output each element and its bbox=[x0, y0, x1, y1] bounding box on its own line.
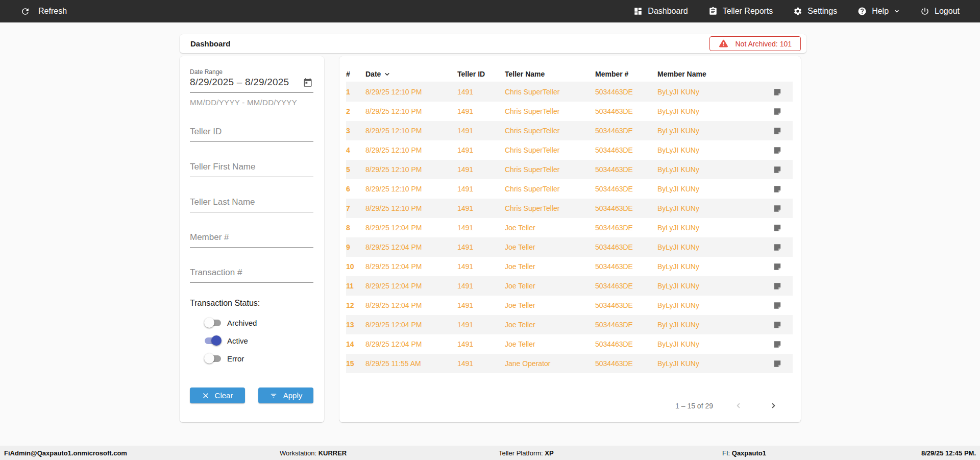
nav-item-teller-reports[interactable]: Teller Reports bbox=[708, 7, 773, 16]
table-row[interactable]: 108/29/25 12:04 PM1491Joe Teller5034463D… bbox=[346, 257, 793, 276]
table-row[interactable]: 18/29/25 12:10 PM1491Chris SuperTeller50… bbox=[346, 82, 793, 102]
cell-date: 8/29/25 12:04 PM bbox=[365, 262, 457, 271]
toggle-archived[interactable]: Archived bbox=[204, 318, 313, 328]
table-row[interactable]: 78/29/25 12:10 PM1491Chris SuperTeller50… bbox=[346, 199, 793, 218]
cell-date: 8/29/25 12:04 PM bbox=[365, 243, 457, 251]
column-header-member-number[interactable]: Member # bbox=[595, 70, 657, 78]
cell-member-number: 5034463DE bbox=[595, 301, 657, 309]
column-header-member-name[interactable]: Member Name bbox=[657, 70, 762, 78]
table-row[interactable]: 118/29/25 12:04 PM1491Joe Teller5034463D… bbox=[346, 276, 793, 296]
note-icon[interactable] bbox=[762, 185, 793, 193]
filter-input-transaction[interactable]: Transaction # bbox=[190, 268, 313, 283]
refresh-button[interactable]: Refresh bbox=[20, 7, 67, 16]
toggle-switch-icon[interactable] bbox=[204, 318, 222, 328]
cell-teller-name: Chris SuperTeller bbox=[505, 88, 595, 96]
note-icon[interactable] bbox=[762, 127, 793, 135]
clipboard-icon bbox=[708, 7, 718, 16]
cell-date: 8/29/25 12:10 PM bbox=[365, 165, 457, 174]
cell-date: 8/29/25 12:10 PM bbox=[365, 127, 457, 135]
fi-info: FI: Qaxpauto1 bbox=[722, 449, 766, 457]
filter-input-teller-last-name[interactable]: Teller Last Name bbox=[190, 197, 313, 212]
cell-date: 8/29/25 12:10 PM bbox=[365, 88, 457, 96]
table-row[interactable]: 158/29/25 11:55 AM1491Jane Operator50344… bbox=[346, 354, 793, 373]
cell-teller-name: Joe Teller bbox=[505, 321, 595, 329]
table-row[interactable]: 38/29/25 12:10 PM1491Chris SuperTeller50… bbox=[346, 121, 793, 140]
column-header-teller-name[interactable]: Teller Name bbox=[505, 70, 595, 78]
column-header-date[interactable]: Date bbox=[365, 70, 457, 78]
table-row[interactable]: 48/29/25 12:10 PM1491Chris SuperTeller50… bbox=[346, 140, 793, 160]
nav-item-settings[interactable]: Settings bbox=[793, 7, 837, 16]
transactions-table-card: # Date Teller ID Teller Name Member # Me… bbox=[339, 56, 801, 422]
table-row[interactable]: 28/29/25 12:10 PM1491Chris SuperTeller50… bbox=[346, 102, 793, 121]
filter-icon bbox=[270, 392, 278, 399]
clear-button[interactable]: Clear bbox=[190, 388, 245, 403]
cell-date: 8/29/25 12:10 PM bbox=[365, 204, 457, 212]
nav-item-logout[interactable]: Logout bbox=[920, 7, 960, 16]
top-nav-bar: Refresh Dashboard Teller Reports Setting… bbox=[0, 0, 980, 22]
cell-date: 8/29/25 12:04 PM bbox=[365, 282, 457, 290]
cell-member-number: 5034463DE bbox=[595, 321, 657, 329]
table-row[interactable]: 128/29/25 12:04 PM1491Joe Teller5034463D… bbox=[346, 296, 793, 315]
column-header-number[interactable]: # bbox=[346, 70, 365, 78]
note-icon[interactable] bbox=[762, 88, 793, 96]
cell-member-number: 5034463DE bbox=[595, 88, 657, 96]
column-header-teller-id[interactable]: Teller ID bbox=[457, 70, 505, 78]
note-icon[interactable] bbox=[762, 224, 793, 232]
cell-teller-name: Chris SuperTeller bbox=[505, 107, 595, 115]
filter-input-teller-first-name[interactable]: Teller First Name bbox=[190, 162, 313, 177]
cell-teller-id: 1491 bbox=[457, 88, 505, 96]
table-row[interactable]: 58/29/25 12:10 PM1491Chris SuperTeller50… bbox=[346, 160, 793, 179]
nav-item-help[interactable]: Help bbox=[857, 7, 900, 16]
filter-input-teller-id[interactable]: Teller ID bbox=[190, 127, 313, 142]
note-icon[interactable] bbox=[762, 107, 793, 116]
toggle-switch-icon[interactable] bbox=[204, 335, 222, 346]
table-row[interactable]: 68/29/25 12:10 PM1491Chris SuperTeller50… bbox=[346, 179, 793, 199]
status-bar: FiAdmin@Qaxpauto1.onmicrosoft.com Workst… bbox=[0, 446, 980, 460]
cell-teller-name: Joe Teller bbox=[505, 282, 595, 290]
nav-item-dashboard[interactable]: Dashboard bbox=[633, 7, 688, 16]
note-icon[interactable] bbox=[762, 359, 793, 368]
toggle-error[interactable]: Error bbox=[204, 353, 313, 364]
note-icon[interactable] bbox=[762, 243, 793, 252]
cell-member-name: ByLyJI KUNy bbox=[657, 321, 762, 329]
sort-desc-icon bbox=[384, 71, 390, 78]
table-row[interactable]: 138/29/25 12:04 PM1491Joe Teller5034463D… bbox=[346, 315, 793, 334]
note-icon[interactable] bbox=[762, 262, 793, 271]
calendar-icon[interactable] bbox=[303, 78, 312, 87]
table-row[interactable]: 88/29/25 12:04 PM1491Joe Teller5034463DE… bbox=[346, 218, 793, 237]
apply-button[interactable]: Apply bbox=[258, 388, 313, 403]
note-icon[interactable] bbox=[762, 165, 793, 174]
cell-teller-id: 1491 bbox=[457, 185, 505, 193]
pagination-prev-icon[interactable] bbox=[728, 400, 748, 411]
note-icon[interactable] bbox=[762, 301, 793, 310]
note-icon[interactable] bbox=[762, 340, 793, 349]
cell-row-number: 8 bbox=[346, 224, 365, 232]
cell-teller-id: 1491 bbox=[457, 146, 505, 154]
filter-input-member[interactable]: Member # bbox=[190, 232, 313, 248]
note-icon[interactable] bbox=[762, 204, 793, 213]
cell-member-name: ByLyJI KUNy bbox=[657, 165, 762, 174]
chevron-down-icon bbox=[894, 8, 900, 14]
cell-member-name: ByLyJI KUNy bbox=[657, 301, 762, 309]
cell-teller-id: 1491 bbox=[457, 262, 505, 271]
note-icon[interactable] bbox=[762, 146, 793, 155]
toggle-switch-icon[interactable] bbox=[204, 353, 222, 364]
gear-icon bbox=[793, 7, 802, 16]
table-row[interactable]: 98/29/25 12:04 PM1491Joe Teller5034463DE… bbox=[346, 237, 793, 257]
power-icon bbox=[920, 7, 929, 16]
refresh-label: Refresh bbox=[38, 7, 67, 16]
table-row[interactable]: 148/29/25 12:04 PM1491Joe Teller5034463D… bbox=[346, 334, 793, 354]
filter-panel: Date Range 8/29/2025 – 8/29/2025 MM/DD/Y… bbox=[180, 56, 324, 422]
cell-member-name: ByLyJI KUNy bbox=[657, 262, 762, 271]
date-range-input[interactable]: 8/29/2025 – 8/29/2025 bbox=[190, 76, 313, 93]
pagination-next-icon[interactable] bbox=[764, 400, 783, 411]
transaction-status-toggles: ArchivedActiveError bbox=[204, 318, 313, 364]
note-icon[interactable] bbox=[762, 321, 793, 329]
note-icon[interactable] bbox=[762, 282, 793, 290]
toggle-active[interactable]: Active bbox=[204, 335, 313, 346]
cell-row-number: 10 bbox=[346, 262, 365, 271]
not-archived-badge[interactable]: Not Archived: 101 bbox=[709, 36, 801, 51]
cell-teller-name: Chris SuperTeller bbox=[505, 127, 595, 135]
cell-teller-name: Joe Teller bbox=[505, 301, 595, 309]
cell-member-name: ByLyJI KUNy bbox=[657, 243, 762, 251]
